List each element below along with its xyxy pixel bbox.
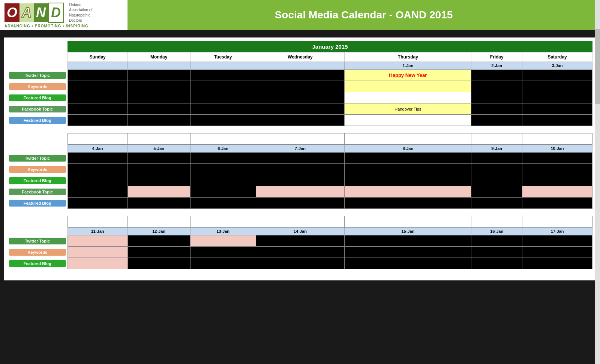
w3-blank-fri	[471, 216, 522, 228]
week3-blank-row	[8, 216, 592, 228]
main-content: January 2015 Sunday Monday Tuesday Wedne…	[4, 37, 596, 280]
week3-fri-date: 16-Jan	[471, 228, 522, 235]
w1-fb2-tue	[190, 115, 256, 126]
w1-fb-sat	[522, 92, 592, 103]
w2-fb-tue	[190, 175, 256, 186]
facebook-label-w1: Facebook Topic	[8, 103, 68, 115]
w2-fb-sun	[68, 175, 128, 186]
week1-thu-date: 1-Jan	[345, 62, 471, 70]
scrollbar[interactable]	[595, 0, 600, 288]
week2-twitter-row: Twitter Topic	[8, 153, 592, 164]
w1-fbt-thu: Hangover Tips	[345, 103, 471, 115]
week1-twitter-row: Twitter Topic Happy New Year	[8, 70, 592, 81]
w1-fbt-mon	[128, 103, 190, 115]
week3-sat-date: 17-Jan	[522, 228, 592, 235]
w3-blank-sat	[522, 216, 592, 228]
w1-fb-tue	[190, 92, 256, 103]
twitter-label-w3: Twitter Topic	[8, 235, 68, 247]
w1-fb2-sat	[522, 115, 592, 126]
w2-kw-wed	[256, 164, 345, 175]
week3-twitter-row: Twitter Topic	[8, 235, 592, 247]
w1-twitter-wed	[256, 70, 345, 81]
facebook-label-w2: Facebook Topic	[8, 186, 68, 198]
week2-facebook-row: Facebook Topic	[8, 186, 592, 198]
w1-kw-fri	[471, 81, 522, 92]
scrollbar-thumb[interactable]	[595, 29, 600, 104]
w3-fb-thu	[345, 258, 471, 269]
week2-blank-label	[8, 133, 68, 145]
keywords-label-w1: Keywords	[8, 81, 68, 92]
featured-blog-blue-btn-w1: Featured Blog	[9, 117, 66, 124]
w2-fbt-thu	[345, 186, 471, 198]
twitter-topic-btn-w3: Twitter Topic	[9, 238, 66, 244]
w2-blank-tue	[190, 133, 256, 145]
header-title-area: Social Media Calendar - OAND 2015	[128, 0, 600, 30]
featured-label-w1: Featured Blog	[8, 92, 68, 103]
w3-kw-tue	[190, 247, 256, 258]
featured-blog-blue-btn-w2: Featured Blog	[9, 200, 66, 207]
w3-twitter-tue	[190, 235, 256, 247]
w2-twitter-fri	[471, 153, 522, 164]
w2-blank-thu	[345, 133, 471, 145]
week3-label-empty	[8, 228, 68, 235]
w2-kw-tue	[190, 164, 256, 175]
w1-fb2-thu	[345, 115, 471, 126]
sep-1	[8, 126, 592, 133]
week2-tue-date: 6-Jan	[190, 145, 256, 153]
twitter-label-w1: Twitter Topic	[8, 70, 68, 81]
w3-twitter-sun	[68, 235, 128, 247]
w2-fb2-thu	[345, 198, 471, 209]
week1-featured-row: Featured Blog	[8, 92, 592, 103]
w2-twitter-sun	[68, 153, 128, 164]
w2-fb-sat	[522, 175, 592, 186]
logo-tagline: ADVANCING • PROMOTING • INSPIRING	[4, 24, 88, 28]
w1-fbt-wed	[256, 103, 345, 115]
calendar-wrapper: January 2015 Sunday Monday Tuesday Wedne…	[4, 37, 596, 273]
featured-label-w2: Featured Blog	[8, 175, 68, 186]
w1-fb-sun	[68, 92, 128, 103]
hangover-tips-text: Hangover Tips	[345, 107, 471, 111]
week2-thu-date: 8-Jan	[345, 145, 471, 153]
w2-fb2-mon	[128, 198, 190, 209]
w2-twitter-wed	[256, 153, 345, 164]
w1-fb-thu	[345, 92, 471, 103]
page-title: Social Media Calendar - OAND 2015	[275, 9, 453, 21]
tuesday-header: Tuesday	[190, 52, 256, 62]
w1-fb-fri	[471, 92, 522, 103]
w1-fb2-sun	[68, 115, 128, 126]
w2-fb-mon	[128, 175, 190, 186]
week2-featured2-row: Featured Blog	[8, 198, 592, 209]
page-header: O A N D Ontario Association of Naturopat…	[0, 0, 600, 30]
week2-sat-date: 10-Jan	[522, 145, 592, 153]
w2-fb-wed	[256, 175, 345, 186]
day-header-row: Sunday Monday Tuesday Wednesday Thursday…	[8, 52, 592, 62]
logo-area: O A N D Ontario Association of Naturopat…	[0, 0, 128, 30]
w3-blank-mon	[128, 216, 190, 228]
w3-kw-wed	[256, 247, 345, 258]
w2-fbt-sat	[522, 186, 592, 198]
twitter-label-w2: Twitter Topic	[8, 153, 68, 164]
featured-blog-btn-w3: Featured Blog	[9, 260, 66, 267]
keywords-label-w3: Keywords	[8, 247, 68, 258]
w2-fb-fri	[471, 175, 522, 186]
w1-fb2-mon	[128, 115, 190, 126]
w1-fbt-tue	[190, 103, 256, 115]
w1-fbt-fri	[471, 103, 522, 115]
week1-sun-date	[68, 62, 128, 70]
w1-fb-wed	[256, 92, 345, 103]
week3-blank-label	[8, 216, 68, 228]
w2-blank-wed	[256, 133, 345, 145]
w1-twitter-tue	[190, 70, 256, 81]
week1-label-empty	[8, 62, 68, 70]
week3-sun-date: 11-Jan	[68, 228, 128, 235]
featured2-label-w1: Featured Blog	[8, 115, 68, 126]
label-col-header	[8, 52, 68, 62]
w3-twitter-sat	[522, 235, 592, 247]
w2-kw-fri	[471, 164, 522, 175]
w2-kw-sun	[68, 164, 128, 175]
w3-twitter-thu	[345, 235, 471, 247]
w3-twitter-fri	[471, 235, 522, 247]
w3-kw-fri	[471, 247, 522, 258]
w1-fbt-sat	[522, 103, 592, 115]
week3-featured-row: Featured Blog	[8, 258, 592, 269]
